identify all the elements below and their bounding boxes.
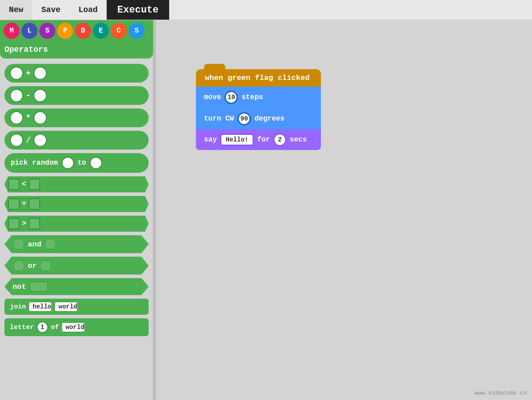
- gt-right-square: [29, 218, 40, 229]
- or-label: or: [28, 262, 37, 270]
- blocks-container: + - * / pick rand: [0, 58, 153, 342]
- eq-right-square: [29, 198, 40, 210]
- category-s[interactable]: S: [39, 23, 55, 39]
- say-value-input[interactable]: Hello!: [220, 134, 254, 146]
- less-than-block[interactable]: <: [4, 176, 149, 192]
- add-block[interactable]: +: [4, 64, 149, 83]
- equal-block[interactable]: =: [4, 196, 149, 212]
- category-badges: M L S P D E C S: [0, 20, 153, 43]
- category-d[interactable]: D: [75, 23, 91, 39]
- sub-right-circle: [33, 89, 47, 102]
- div-block[interactable]: /: [4, 131, 149, 150]
- mul-left-circle: [10, 111, 23, 125]
- letter-input[interactable]: world: [62, 322, 85, 332]
- join-label: join: [10, 303, 26, 311]
- canvas[interactable]: when green flag clicked move 10 steps tu…: [156, 20, 532, 400]
- move-block[interactable]: move 10 steps: [196, 87, 321, 108]
- program-blocks: when green flag clicked move 10 steps tu…: [196, 69, 321, 150]
- category-m[interactable]: M: [4, 23, 20, 39]
- category-c[interactable]: C: [111, 23, 127, 39]
- letter-block[interactable]: letter 1 of world: [4, 318, 149, 336]
- mul-block[interactable]: *: [4, 108, 149, 127]
- or-right-hex: [40, 260, 51, 271]
- greater-than-block[interactable]: >: [4, 216, 149, 232]
- move-steps-circle: 10: [224, 91, 238, 104]
- pick-to-label: to: [78, 159, 86, 167]
- turn-label: turn CW: [204, 115, 234, 123]
- turn-block[interactable]: turn CW 90 degrees: [196, 108, 321, 129]
- less-op: <: [22, 180, 26, 188]
- when-flag-label: when green flag clicked: [205, 74, 310, 82]
- and-right-hex: [45, 239, 56, 250]
- not-block[interactable]: not: [4, 278, 149, 295]
- letter-label: letter: [10, 324, 34, 331]
- move-label: move: [204, 93, 221, 101]
- less-left-square: [8, 179, 20, 190]
- div-op: /: [26, 136, 31, 145]
- say-for-label: for: [257, 136, 270, 144]
- block-tab: [204, 64, 225, 71]
- and-label: and: [28, 240, 42, 249]
- or-block[interactable]: or: [4, 257, 149, 275]
- pick-to-circle: [90, 157, 102, 169]
- eq-op: =: [22, 200, 26, 208]
- watermark: www.kidscode.cn: [474, 390, 527, 396]
- new-menu[interactable]: New: [0, 0, 32, 20]
- eq-left-square: [8, 198, 20, 210]
- join-input2[interactable]: world: [54, 302, 78, 312]
- move-steps-label: steps: [241, 93, 263, 101]
- main-layout: M L S P D E C S Operators + -: [0, 20, 532, 400]
- turn-degrees-circle: 90: [237, 112, 251, 125]
- gt-op: >: [22, 220, 26, 228]
- not-input-box: [30, 282, 48, 292]
- pick-from-circle: [62, 157, 74, 169]
- mul-op: *: [26, 113, 31, 122]
- join-input1[interactable]: hello: [29, 302, 52, 312]
- sub-left-circle: [10, 89, 23, 102]
- and-left-hex: [13, 239, 24, 250]
- turn-degrees-label: degrees: [254, 115, 284, 123]
- say-secs-circle: 2: [274, 133, 286, 146]
- category-e[interactable]: E: [93, 23, 109, 39]
- letter-num-circle: 1: [37, 321, 48, 333]
- top-bar: New Save Load Execute: [0, 0, 532, 20]
- category-l[interactable]: L: [21, 23, 37, 39]
- say-block[interactable]: say Hello! for 2 secs: [196, 129, 321, 150]
- say-secs-label: secs: [290, 136, 307, 144]
- when-green-flag-block[interactable]: when green flag clicked: [196, 69, 321, 87]
- category-s2[interactable]: S: [129, 23, 145, 39]
- not-label: not: [12, 283, 26, 291]
- mul-right-circle: [33, 111, 47, 125]
- add-left-circle: [10, 67, 23, 80]
- and-block[interactable]: and: [4, 235, 149, 253]
- save-menu[interactable]: Save: [32, 0, 69, 20]
- sidebar: M L S P D E C S Operators + -: [0, 20, 154, 400]
- category-p[interactable]: P: [57, 23, 73, 39]
- sub-block[interactable]: -: [4, 86, 149, 105]
- add-right-circle: [33, 67, 47, 80]
- less-right-square: [29, 179, 40, 190]
- join-block[interactable]: join hello world: [4, 299, 149, 315]
- say-label: say: [204, 136, 217, 144]
- letter-of-label: of: [51, 324, 59, 331]
- gt-left-square: [8, 218, 20, 229]
- load-menu[interactable]: Load: [70, 0, 107, 20]
- sub-op: -: [26, 91, 31, 100]
- div-left-circle: [10, 133, 23, 147]
- add-op: +: [26, 69, 31, 78]
- or-left-hex: [13, 260, 24, 271]
- pick-random-block[interactable]: pick random to: [4, 153, 149, 173]
- div-right-circle: [33, 133, 47, 147]
- execute-button[interactable]: Execute: [107, 0, 169, 20]
- operators-label: Operators: [0, 43, 153, 58]
- pick-random-label: pick random: [11, 159, 58, 167]
